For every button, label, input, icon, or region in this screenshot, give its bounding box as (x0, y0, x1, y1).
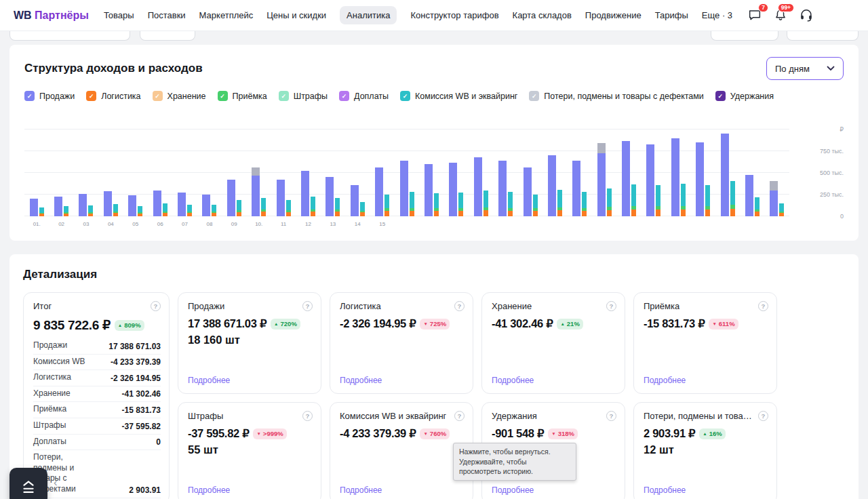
bar-group-day-21[interactable] (518, 129, 542, 216)
help-icon[interactable]: ? (606, 301, 616, 311)
bar-segment (54, 197, 62, 216)
bar-group-day-26[interactable] (642, 129, 666, 216)
summary-help-icon[interactable]: ? (151, 301, 161, 311)
legend-item-9[interactable]: ✓Удержания (715, 91, 774, 101)
bar-group-day-14[interactable]: 14 (345, 129, 370, 216)
bar-group-day-15[interactable]: 15 (370, 129, 394, 216)
bar-group-day-22[interactable] (542, 129, 567, 216)
nav-item-10[interactable]: Еще · 3 (702, 6, 732, 24)
bar-group-day-13[interactable]: 13 (321, 129, 345, 216)
bar-group-day-10[interactable]: 10. (247, 129, 271, 216)
costs-bar (434, 193, 439, 216)
bar-group-day-9[interactable]: 09 (222, 129, 246, 216)
checkbox-checked-icon[interactable]: ✓ (339, 91, 349, 101)
chat-badge: 7 (758, 3, 768, 13)
nav-item-1[interactable]: Товары (104, 6, 134, 24)
bar-group-day-2[interactable]: 02 (49, 129, 73, 216)
costs-bar (410, 192, 414, 216)
bar-group-day-3[interactable]: 03 (74, 129, 98, 216)
more-link[interactable]: Подробнее (644, 481, 768, 496)
menu-fab[interactable] (9, 468, 47, 499)
period-select[interactable]: По дням (766, 57, 844, 80)
costs-bar (138, 206, 142, 216)
help-icon[interactable]: ? (302, 411, 313, 421)
bar-group-day-20[interactable] (493, 129, 517, 216)
change-badge: ▲16% (699, 428, 725, 439)
bar-group-day-30[interactable] (740, 129, 764, 216)
arrow-down-icon: ▼ (423, 431, 427, 436)
checkbox-checked-icon[interactable]: ✓ (218, 91, 228, 101)
bar-group-day-7[interactable]: 07 (172, 129, 197, 216)
bar-group-day-23[interactable] (568, 129, 592, 216)
bar-group-day-11[interactable]: 11 (271, 129, 296, 216)
legend-item-8[interactable]: ✓Потери, подмены и товары с дефектами (529, 91, 704, 101)
bar-segment (30, 199, 38, 216)
bar-group-day-27[interactable] (666, 129, 690, 216)
chat-button[interactable]: 7 (747, 7, 764, 24)
metric-card-title: Хранение (492, 301, 532, 311)
checkbox-checked-icon[interactable]: ✓ (86, 91, 96, 101)
more-link[interactable]: Подробнее (188, 481, 313, 496)
checkbox-checked-icon[interactable]: ✓ (24, 91, 35, 101)
legend-item-2[interactable]: ✓Логистика (86, 91, 140, 101)
bar-group-day-28[interactable] (691, 129, 715, 216)
checkbox-checked-icon[interactable]: ✓ (529, 91, 539, 101)
metric-value-row: -15 831.73 ₽▼611% (644, 317, 768, 330)
bar-group-day-19[interactable] (469, 129, 493, 216)
collapse-chevron-icon[interactable]: ‹ (54, 476, 58, 490)
bar-group-day-25[interactable] (616, 129, 641, 216)
bar-group-day-16[interactable] (395, 129, 419, 216)
bar-group-day-24[interactable] (592, 129, 616, 216)
nav-item-5[interactable]: Аналитика (340, 6, 397, 24)
legend-item-6[interactable]: ✓Доплаты (339, 91, 389, 101)
checkbox-checked-icon[interactable]: ✓ (153, 91, 163, 101)
legend-item-7[interactable]: ✓Комиссия WB и эквайринг (400, 91, 517, 101)
costs-bar (607, 188, 612, 216)
bar-group-day-18[interactable] (444, 129, 469, 216)
summary-row: Приёмка-15 831.73 (33, 402, 161, 418)
bar-group-day-12[interactable]: 12 (296, 129, 320, 216)
more-link[interactable]: Подробнее (492, 372, 616, 386)
help-icon[interactable]: ? (758, 411, 768, 421)
nav-item-2[interactable]: Поставки (148, 6, 186, 24)
more-link[interactable]: Подробнее (340, 481, 465, 496)
bar-group-day-4[interactable]: 04 (98, 129, 123, 216)
bar-group-day-5[interactable]: 05 (123, 129, 148, 216)
sales-bar (128, 195, 136, 216)
help-icon[interactable]: ? (302, 301, 313, 311)
more-link[interactable]: Подробнее (644, 372, 768, 386)
bar-group-day-1[interactable]: 01. (24, 129, 49, 216)
bar-group-day-29[interactable] (715, 129, 740, 216)
notifications-button[interactable]: 99+ (773, 7, 789, 24)
nav-item-3[interactable]: Маркетплейс (199, 6, 254, 24)
bar-group-day-8[interactable]: 08 (197, 129, 222, 216)
support-button[interactable] (799, 7, 815, 24)
nav-item-7[interactable]: Карта складов (513, 6, 572, 24)
metric-value: -2 326 194.95 ₽ (340, 317, 416, 330)
more-link[interactable]: Подробнее (340, 372, 465, 386)
nav-item-9[interactable]: Тарифы (655, 6, 688, 24)
help-icon[interactable]: ? (758, 301, 768, 311)
checkbox-checked-icon[interactable]: ✓ (715, 91, 726, 101)
bar-group-day-6[interactable]: 06 (148, 129, 172, 216)
legend-item-1[interactable]: ✓Продажи (24, 91, 75, 101)
nav-item-6[interactable]: Конструктор тарифов (410, 6, 498, 24)
checkbox-checked-icon[interactable]: ✓ (400, 91, 410, 101)
bar-segment (730, 209, 735, 216)
logo-wb: WB (14, 9, 32, 21)
more-link[interactable]: Подробнее (492, 481, 616, 496)
more-link[interactable]: Подробнее (188, 372, 313, 386)
legend-item-4[interactable]: ✓Приёмка (218, 91, 267, 101)
legend-item-5[interactable]: ✓Штрафы (279, 91, 328, 101)
help-icon[interactable]: ? (454, 301, 465, 311)
nav-item-4[interactable]: Цены и скидки (267, 6, 326, 24)
nav-item-8[interactable]: Продвижение (585, 6, 642, 24)
checkbox-checked-icon[interactable]: ✓ (279, 91, 289, 101)
legend-item-3[interactable]: ✓Хранение (153, 91, 206, 101)
bar-group-day-17[interactable] (419, 129, 443, 216)
metric-value-row: -901 548 ₽▼318% (492, 427, 616, 440)
bar-group-day-31[interactable] (765, 129, 789, 216)
help-icon[interactable]: ? (606, 411, 616, 421)
help-icon[interactable]: ? (454, 411, 465, 421)
wb-logo[interactable]: WB Партнёры (14, 9, 89, 22)
